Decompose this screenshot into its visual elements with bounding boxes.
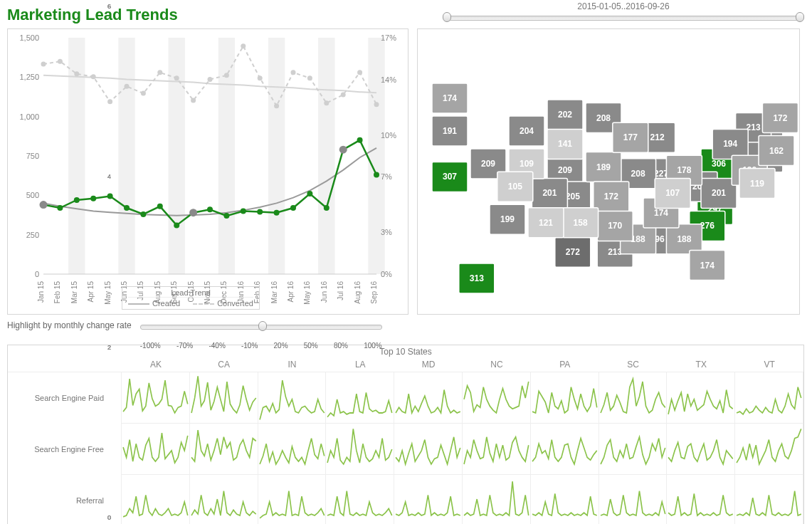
svg-point-51 xyxy=(191,98,196,103)
svg-text:174: 174 xyxy=(700,261,715,271)
spark-cell[interactable] xyxy=(258,372,327,424)
spark-cell[interactable] xyxy=(394,424,463,475)
svg-point-60 xyxy=(341,93,346,98)
svg-text:188: 188 xyxy=(677,234,691,244)
svg-text:174: 174 xyxy=(654,208,668,218)
svg-rect-2 xyxy=(169,38,185,274)
svg-text:178: 178 xyxy=(677,165,691,175)
spark-cell[interactable] xyxy=(667,424,735,475)
svg-point-80 xyxy=(324,205,329,211)
spark-cell[interactable] xyxy=(394,475,463,524)
date-range-slider[interactable]: 2015-01-05..2016-09-26 xyxy=(445,1,802,23)
state-header: SC xyxy=(599,357,668,372)
spark-cell[interactable] xyxy=(190,475,258,524)
svg-text:0%: 0% xyxy=(381,270,392,278)
spark-cell[interactable] xyxy=(735,372,803,424)
state-header: TX xyxy=(667,357,735,372)
spark-cell[interactable] xyxy=(599,372,668,424)
highlight-label: Highlight by monthly change rate xyxy=(7,320,132,330)
svg-text:121: 121 xyxy=(539,218,553,228)
spark-cell[interactable] xyxy=(599,424,668,475)
spark-cell[interactable] xyxy=(531,372,599,424)
svg-text:272: 272 xyxy=(566,247,580,257)
svg-point-73 xyxy=(207,206,213,212)
row-label: 6420Referral xyxy=(8,475,122,524)
svg-point-48 xyxy=(141,91,146,96)
svg-text:191: 191 xyxy=(443,126,457,136)
highlight-slider-handle[interactable] xyxy=(258,321,267,331)
svg-text:201: 201 xyxy=(542,188,557,198)
small-multiples-panel: Top 10 States AKCAINLAMDNCPASCTXVT6420Se… xyxy=(7,345,804,524)
spark-cell[interactable] xyxy=(599,475,668,524)
svg-point-50 xyxy=(174,75,179,80)
svg-point-49 xyxy=(157,70,162,75)
svg-text:May 16: May 16 xyxy=(303,281,311,305)
svg-point-83 xyxy=(374,172,379,178)
spark-cell[interactable] xyxy=(735,424,803,475)
svg-text:107: 107 xyxy=(665,188,680,198)
state-header: MD xyxy=(394,357,463,372)
spark-cell[interactable] xyxy=(735,475,803,524)
svg-text:199: 199 xyxy=(500,214,515,224)
spark-cell[interactable] xyxy=(394,372,463,424)
svg-point-65 xyxy=(74,197,80,203)
spark-cell[interactable] xyxy=(667,372,735,424)
svg-point-55 xyxy=(258,75,263,80)
state-header: CA xyxy=(190,357,258,372)
svg-rect-5 xyxy=(318,38,334,274)
spark-cell[interactable] xyxy=(463,424,531,475)
svg-text:141: 141 xyxy=(558,139,572,149)
svg-text:170: 170 xyxy=(608,221,622,231)
spark-cell[interactable] xyxy=(531,424,599,475)
spark-cell[interactable] xyxy=(258,475,327,524)
lead-trend-chart[interactable]: 02505007501,0001,2501,5000%3%7%10%14%17%… xyxy=(7,28,408,315)
svg-point-52 xyxy=(208,77,213,82)
svg-point-59 xyxy=(324,100,329,105)
svg-point-62 xyxy=(374,102,379,107)
state-header: LA xyxy=(326,357,394,372)
spark-cell[interactable] xyxy=(326,424,394,475)
svg-text:1,500: 1,500 xyxy=(19,33,39,42)
spark-cell[interactable] xyxy=(667,475,735,524)
spark-cell[interactable] xyxy=(463,475,531,524)
spark-cell[interactable] xyxy=(326,475,394,524)
svg-point-74 xyxy=(223,213,229,219)
svg-text:109: 109 xyxy=(520,159,534,169)
svg-text:Mar 16: Mar 16 xyxy=(270,281,278,304)
date-slider-handle-left[interactable] xyxy=(443,12,451,22)
svg-point-70 xyxy=(157,204,163,209)
svg-point-82 xyxy=(357,137,363,143)
spark-cell[interactable] xyxy=(531,475,599,524)
svg-text:10%: 10% xyxy=(381,131,396,140)
small-multiples-title: Top 10 States xyxy=(8,347,803,357)
svg-text:208: 208 xyxy=(596,113,611,123)
svg-text:212: 212 xyxy=(650,132,665,142)
svg-text:Mar 15: Mar 15 xyxy=(70,281,78,304)
svg-text:162: 162 xyxy=(769,146,784,156)
highlight-slider[interactable]: -100%-70%-40%-10%20%50%80%100% xyxy=(140,320,382,342)
svg-text:209: 209 xyxy=(558,165,572,175)
spark-cell[interactable] xyxy=(122,372,190,424)
state-header: NC xyxy=(463,357,531,372)
spark-cell[interactable] xyxy=(122,424,190,475)
svg-rect-4 xyxy=(268,38,285,274)
date-slider-handle-right[interactable] xyxy=(796,12,804,22)
svg-point-56 xyxy=(274,103,279,108)
spark-cell[interactable] xyxy=(190,424,258,475)
spark-cell[interactable] xyxy=(258,424,327,475)
us-map-chart[interactable]: 3133073062972762722272232132132122112092… xyxy=(417,28,800,315)
svg-text:194: 194 xyxy=(723,139,737,149)
svg-point-79 xyxy=(307,191,312,197)
spark-cell[interactable] xyxy=(190,372,258,424)
spark-cell[interactable] xyxy=(463,372,531,424)
svg-text:3%: 3% xyxy=(381,228,392,236)
date-slider-track[interactable] xyxy=(445,16,802,21)
svg-point-68 xyxy=(124,205,130,211)
svg-text:202: 202 xyxy=(558,110,572,120)
svg-text:306: 306 xyxy=(712,159,726,169)
svg-point-54 xyxy=(241,43,246,48)
spark-cell[interactable] xyxy=(326,372,394,424)
svg-text:177: 177 xyxy=(623,132,638,142)
svg-point-61 xyxy=(357,70,362,75)
spark-cell[interactable] xyxy=(122,475,190,524)
